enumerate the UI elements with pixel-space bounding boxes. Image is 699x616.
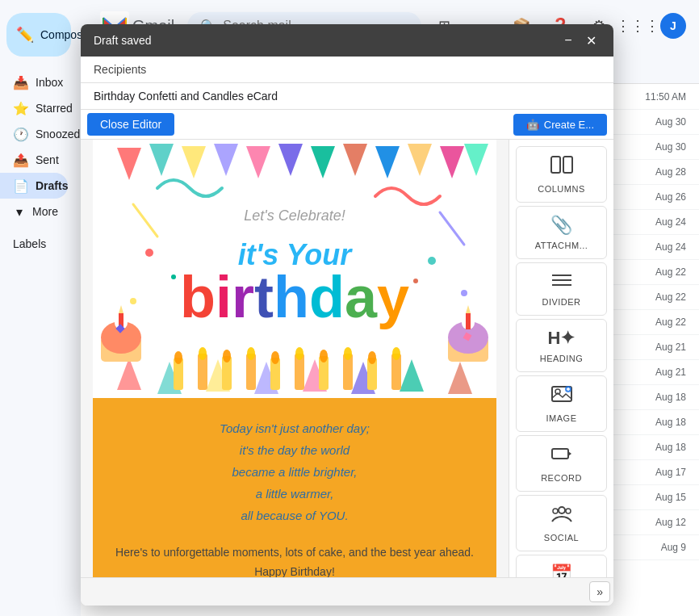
svg-point-50 [295, 347, 303, 360]
close-editor-button[interactable]: Close Editor [87, 113, 174, 136]
poem-line-2: it's the day the world [112, 439, 477, 461]
inbox-label: Inbox [36, 76, 63, 89]
svg-rect-63 [551, 157, 560, 173]
svg-point-75 [559, 507, 565, 513]
svg-marker-74 [568, 451, 571, 456]
compose-icon: ✏️ [16, 26, 34, 44]
minimize-button[interactable]: − [559, 31, 578, 50]
sidebar-item-more[interactable]: ▾ More [0, 199, 68, 224]
widget-columns[interactable]: COLUMNS [516, 146, 607, 203]
email-date: Aug 12 [638, 517, 686, 528]
collapse-button[interactable]: » [589, 581, 610, 602]
svg-point-58 [461, 290, 467, 296]
divider-label: DIVIDER [542, 297, 580, 307]
modal-title: Draft saved [94, 34, 152, 47]
svg-point-52 [344, 347, 352, 360]
sidebar-item-inbox[interactable]: 📥 Inbox [0, 69, 68, 95]
widget-sidebar: COLUMNS 📎 ATTACHM... [509, 140, 613, 577]
widget-record[interactable]: RECORD [516, 435, 607, 492]
heading-label: HEADING [540, 354, 584, 363]
email-date: Aug 15 [638, 492, 686, 503]
more-label: More [32, 205, 58, 218]
widget-divider[interactable]: DIVIDER [516, 262, 607, 316]
modal-body: Let's Celebrate! it's Your birthday [81, 140, 613, 577]
subject-field[interactable]: Birthday Confetti and Candles eCard [81, 83, 613, 110]
email-date: Aug 18 [638, 392, 686, 403]
email-date: Aug 26 [638, 191, 686, 203]
sidebar-item-starred[interactable]: ⭐ Starred [0, 95, 68, 121]
heading-icon: H✦ [548, 328, 576, 349]
close-button[interactable]: ✕ [581, 31, 601, 50]
email-date: Aug 18 [638, 442, 686, 453]
drafts-label: Drafts [36, 179, 68, 192]
modal-footer: » [81, 577, 613, 606]
birthday-card: Let's Celebrate! it's Your birthday [93, 140, 496, 577]
birthday-card-bottom: Today isn't just another day; it's the d… [93, 398, 496, 577]
attachment-label: ATTACHM... [535, 241, 588, 250]
svg-point-55 [145, 249, 153, 257]
svg-point-53 [368, 351, 376, 364]
sidebar-item-snoozed[interactable]: 🕐 Snoozed [0, 121, 68, 147]
social-label: SOCIAL [544, 533, 579, 543]
subject-text: Birthday Confetti and Candles eCard [94, 90, 278, 103]
svg-point-47 [223, 350, 231, 362]
svg-point-60 [413, 279, 418, 283]
widget-social[interactable]: SOCIAL [516, 495, 607, 551]
poem-line-1: Today isn't just another day; [112, 417, 477, 439]
chevron-right-icon: » [596, 585, 603, 598]
svg-rect-30 [466, 313, 471, 329]
widget-image[interactable]: IMAGE [516, 375, 607, 432]
divider-icon [550, 271, 573, 292]
poem-line-4: a little warmer, [112, 483, 477, 505]
snoozed-icon: 🕐 [13, 127, 29, 142]
avatar[interactable]: J [660, 13, 686, 39]
email-date: Aug 21 [638, 342, 686, 353]
recipients-field[interactable]: Recipients [81, 57, 613, 83]
sidebar-item-drafts[interactable]: 📄 Drafts [0, 173, 68, 199]
widget-bookme[interactable]: 📅 BOOK ME [516, 555, 607, 577]
modal-toolbar: Close Editor 🤖 Create E... [81, 110, 613, 140]
svg-point-76 [553, 509, 558, 513]
svg-point-57 [130, 298, 136, 304]
bookme-icon: 📅 [550, 564, 572, 577]
record-label: RECORD [541, 473, 582, 483]
email-date: Aug 9 [638, 542, 686, 553]
image-label: IMAGE [546, 413, 577, 423]
svg-point-54 [392, 347, 400, 360]
drafts-icon: 📄 [13, 178, 29, 194]
inbox-icon: 📥 [13, 75, 29, 90]
email-date: Aug 18 [638, 417, 686, 428]
labels-label: Labels [13, 237, 46, 250]
starred-label: Starred [36, 102, 73, 115]
create-label: Create E... [544, 119, 594, 131]
snoozed-label: Snoozed [36, 128, 80, 140]
email-date: 11:50 AM [638, 91, 686, 103]
columns-label: COLUMNS [538, 184, 585, 194]
close-editor-label: Close Editor [100, 118, 161, 131]
compose-button[interactable]: ✏️ Compose [6, 13, 71, 57]
compose-modal: Draft saved − ✕ Recipients Birthday Conf… [81, 24, 613, 606]
email-date: Aug 22 [638, 291, 686, 303]
email-date: Aug 22 [638, 266, 686, 278]
email-date: Aug 17 [638, 467, 686, 478]
birthday-card-image: Let's Celebrate! it's Your birthday [93, 140, 496, 398]
sent-icon: 📤 [13, 153, 29, 168]
poem-line-3: became a little brighter, [112, 461, 477, 483]
poem-line-5: all because of YOU. [112, 505, 477, 526]
email-date: Aug 24 [638, 241, 686, 253]
social-icon [550, 504, 573, 528]
widget-attachment[interactable]: 📎 ATTACHM... [516, 206, 607, 259]
recipients-label: Recipients [94, 63, 146, 76]
email-date: Aug 24 [638, 216, 686, 228]
svg-point-56 [428, 257, 436, 265]
modal-title-buttons: − ✕ [559, 31, 601, 50]
image-icon [550, 384, 573, 409]
svg-point-46 [199, 347, 207, 360]
grid-icon-btn[interactable]: ⋮⋮⋮ [622, 10, 654, 42]
widget-heading[interactable]: H✦ HEADING [516, 319, 607, 372]
create-button[interactable]: 🤖 Create E... [513, 114, 607, 136]
svg-point-45 [174, 351, 182, 364]
sidebar-item-sent[interactable]: 📤 Sent [0, 147, 68, 173]
sent-label: Sent [36, 153, 59, 166]
email-date: Aug 30 [638, 141, 686, 153]
